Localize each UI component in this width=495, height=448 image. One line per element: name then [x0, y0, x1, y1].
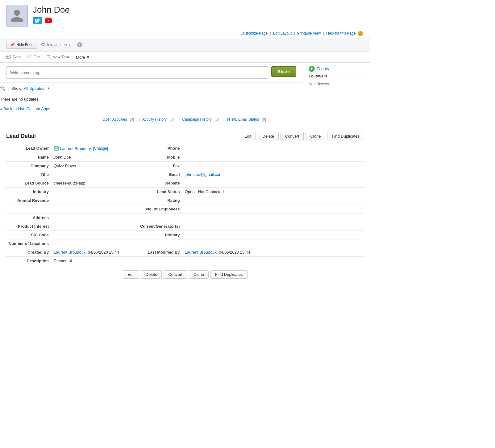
created-by-label: Created By	[6, 248, 51, 257]
industry-value	[51, 188, 138, 196]
num-employees-label: No. of Employees	[138, 205, 182, 214]
table-row: Company Quizz Player Fax	[6, 162, 364, 170]
back-to-list-link[interactable]: « Back to List: Custom Apps	[0, 106, 50, 111]
printable-view-link[interactable]: Printable View	[297, 31, 321, 35]
lead-detail-header: Lead Detail Edit Delete Convert Clone Fi…	[6, 130, 364, 144]
post-icon: 💬	[6, 55, 11, 59]
primary-label: Primary	[138, 231, 182, 239]
open-activities-count: [0]	[130, 117, 134, 122]
feed-content-area: Share 🔍 | Show All Updates ▼ There are n…	[0, 63, 370, 115]
table-row: Description Emmental	[6, 257, 364, 265]
social-icons-container	[33, 17, 364, 24]
avatar	[6, 5, 28, 27]
tab-file[interactable]: 📄 File	[27, 55, 40, 62]
table-row: Name John Doe Mobile	[6, 153, 364, 162]
info-icon: i	[77, 42, 82, 47]
convert-button[interactable]: Convert	[281, 132, 304, 140]
rating-label: Rating	[138, 196, 182, 205]
table-row: Number of Locations	[6, 239, 364, 248]
follow-sidebar: + Follow Followers No followers.	[302, 63, 370, 115]
twitter-icon[interactable]	[33, 17, 42, 24]
company-label: Company	[6, 162, 51, 170]
pin-icon: 📌	[10, 43, 15, 47]
open-activities-link[interactable]: Open Activities	[102, 117, 127, 122]
no-followers-text: No followers.	[309, 82, 370, 86]
address-value	[51, 214, 138, 222]
industry-label: Industry	[6, 188, 51, 196]
primary-value	[182, 231, 364, 239]
filters-row: 🔍 | Show All Updates ▼	[0, 83, 302, 94]
activity-history-link[interactable]: Activity History	[142, 117, 167, 122]
tab-new-task[interactable]: 📋 New Task	[46, 55, 70, 62]
write-input[interactable]	[6, 66, 268, 79]
edit-button-bottom[interactable]: Edit	[123, 270, 139, 279]
page-header: John Doe	[0, 0, 370, 29]
feed-bar: 📌 Hide Feed Click to add topics: i	[0, 38, 370, 52]
company-value: Quizz Player	[51, 162, 138, 170]
lead-owner-label: Lead Owner	[6, 144, 51, 153]
html-email-link[interactable]: HTML Email Status	[227, 117, 259, 122]
lead-owner-link[interactable]: Laurent Broudoux	[60, 146, 92, 151]
find-duplicates-button[interactable]: Find Duplicates	[327, 132, 364, 140]
help-link[interactable]: Help for this Page	[326, 31, 356, 35]
lead-detail-table: Lead Owner Laurent Broudoux [Change] Pho…	[6, 144, 364, 265]
lead-status-value: Open - Not Contacted	[182, 188, 364, 196]
clone-button-bottom[interactable]: Clone	[189, 270, 209, 279]
annual-revenue-label: Annual Revenue	[6, 196, 51, 205]
campaign-history-count: [0]	[214, 117, 218, 122]
edit-layout-link[interactable]: Edit Layout	[273, 31, 292, 35]
delete-button[interactable]: Delete	[258, 132, 279, 140]
help-icon[interactable]: ?	[358, 31, 363, 36]
lead-action-buttons: Edit Delete Convert Clone Find Duplicate…	[240, 132, 364, 140]
email-link[interactable]: john.doe@gmail.com	[185, 172, 223, 177]
edit-button[interactable]: Edit	[240, 132, 256, 140]
search-icon[interactable]: 🔍	[0, 86, 5, 91]
annual-revenue-value	[51, 196, 138, 205]
current-gen-value	[182, 222, 364, 231]
tab-more[interactable]: More ▼	[76, 55, 90, 62]
phone-label: Phone	[138, 144, 182, 153]
topics-label: Click to add topics:	[41, 43, 72, 47]
num-locations-label: Number of Locations	[6, 239, 51, 248]
fax-label: Fax	[138, 162, 182, 170]
address-label: Address	[6, 214, 51, 222]
header-info: John Doe	[33, 5, 364, 24]
campaign-history-link[interactable]: Campaign History	[182, 117, 211, 122]
tab-post[interactable]: 💬 Post	[6, 55, 21, 62]
product-interest-value	[51, 222, 138, 231]
table-row: Title Email john.doe@gmail.com	[6, 170, 364, 179]
change-owner-link[interactable]: [Change]	[93, 146, 108, 151]
table-row: Lead Source cheese-quizz-app Website	[6, 179, 364, 188]
name-value: John Doe	[51, 153, 138, 162]
hide-feed-button[interactable]: 📌 Hide Feed	[6, 41, 37, 49]
followers-title: Followers	[309, 74, 370, 80]
created-by-link[interactable]: Laurent Broudoux	[54, 250, 85, 255]
back-to-list: « Back to List: Custom Apps	[0, 106, 302, 115]
clone-button[interactable]: Clone	[306, 132, 325, 140]
fax-value	[182, 162, 364, 170]
table-row: Created By Laurent Broudoux, 04/06/2020 …	[6, 248, 364, 257]
customize-page-link[interactable]: Customize Page	[240, 31, 268, 35]
lead-source-label: Lead Source	[6, 179, 51, 188]
lead-owner-value: Laurent Broudoux [Change]	[51, 144, 138, 153]
main-feed-area: Share 🔍 | Show All Updates ▼ There are n…	[0, 63, 302, 115]
lead-detail-section: Lead Detail Edit Delete Convert Clone Fi…	[0, 127, 370, 285]
task-icon: 📋	[46, 55, 51, 59]
email-value: john.doe@gmail.com	[182, 170, 364, 179]
all-updates-link[interactable]: All Updates	[24, 86, 44, 91]
last-modified-link[interactable]: Laurent Broudoux	[185, 250, 217, 255]
post-input-area: Share	[0, 63, 302, 83]
follow-button[interactable]: + Follow	[309, 66, 370, 72]
delete-button-bottom[interactable]: Delete	[141, 270, 162, 279]
youtube-icon[interactable]	[44, 17, 53, 24]
chevron-down-icon[interactable]: ▼	[47, 86, 50, 90]
find-duplicates-button-bottom[interactable]: Find Duplicates	[210, 270, 248, 279]
email-label: Email	[138, 170, 182, 179]
product-interest-label: Product Interest	[6, 222, 51, 231]
share-button[interactable]: Share	[271, 66, 296, 77]
table-row: Product Interest Current Generator(s)	[6, 222, 364, 231]
follow-plus-icon: +	[309, 66, 315, 72]
top-nav-links: Customize Page | Edit Layout | Printable…	[0, 29, 370, 38]
convert-button-bottom[interactable]: Convert	[164, 270, 187, 279]
activity-links-row: Open Activities [0] | Activity History […	[0, 115, 370, 127]
